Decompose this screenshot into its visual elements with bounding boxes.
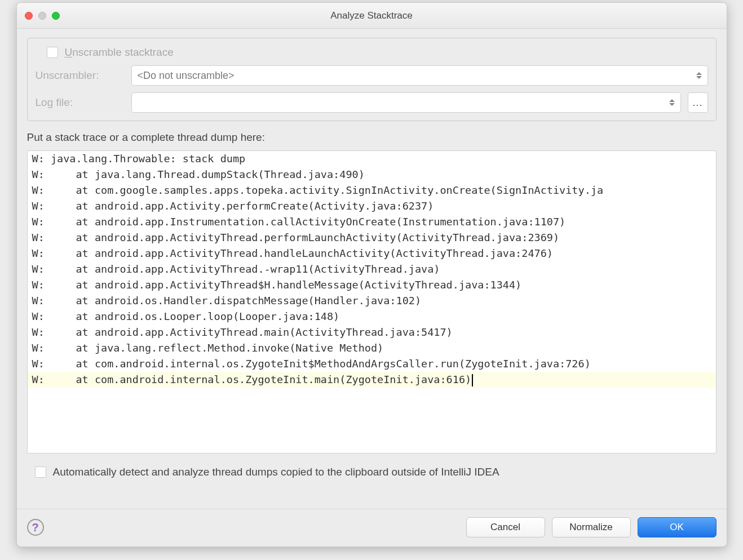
- text-cursor: [472, 374, 473, 386]
- stacktrace-textarea[interactable]: W: java.lang.Throwable: stack dumpW: at …: [27, 150, 717, 454]
- window-title: Analyze Stacktrace: [17, 10, 727, 21]
- trace-line: W: at android.os.Looper.loop(Looper.java…: [28, 309, 716, 325]
- ellipsis-icon: ...: [692, 97, 702, 109]
- ok-button[interactable]: OK: [638, 517, 717, 537]
- trace-line: W: at java.lang.reflect.Method.invoke(Na…: [28, 340, 716, 356]
- instruction-label: Put a stack trace or a complete thread d…: [27, 131, 717, 144]
- cancel-button[interactable]: Cancel: [466, 517, 545, 537]
- trace-line: W: at java.lang.Thread.dumpStack(Thread.…: [28, 167, 716, 183]
- trace-line: W: at android.app.Activity.performCreate…: [28, 198, 716, 214]
- unscrambler-value: <Do not unscramble>: [138, 70, 235, 82]
- chevron-updown-icon: [669, 99, 675, 106]
- trace-line: W: at android.app.ActivityThread.main(Ac…: [28, 325, 716, 340]
- autodetect-checkbox[interactable]: [35, 466, 46, 478]
- autodetect-label: Automatically detect and analyze thread …: [53, 466, 499, 478]
- help-button[interactable]: ?: [27, 519, 44, 536]
- dialog-window: Analyze Stacktrace Unscramble stacktrace…: [16, 2, 727, 547]
- trace-line: W: at android.app.ActivityThread.handleL…: [28, 246, 716, 261]
- unscramble-label: Unscramble stacktrace: [65, 46, 174, 59]
- trace-line: W: at android.app.Instrumentation.callAc…: [28, 214, 716, 230]
- unscrambler-dropdown[interactable]: <Do not unscramble>: [131, 65, 708, 86]
- trace-line: W: at com.android.internal.os.ZygoteInit…: [28, 372, 716, 388]
- unscrambler-label: Unscrambler:: [36, 69, 125, 82]
- chevron-updown-icon: [696, 72, 702, 79]
- dialog-footer: ? Cancel Normalize OK: [17, 509, 727, 546]
- trace-line: W: java.lang.Throwable: stack dump: [28, 151, 716, 167]
- autodetect-row: Automatically detect and analyze thread …: [27, 466, 717, 478]
- unscramble-checkbox[interactable]: [47, 47, 58, 58]
- unscramble-panel: Unscramble stacktrace Unscrambler: <Do n…: [27, 38, 717, 121]
- trace-line: W: at android.app.ActivityThread$H.handl…: [28, 277, 716, 293]
- dialog-content: Unscramble stacktrace Unscrambler: <Do n…: [17, 29, 727, 509]
- trace-line: W: at com.google.samples.apps.topeka.act…: [28, 183, 716, 198]
- logfile-input[interactable]: [131, 92, 681, 113]
- trace-line: W: at android.app.ActivityThread.perform…: [28, 230, 716, 246]
- normalize-button[interactable]: Normalize: [552, 517, 631, 537]
- trace-line: W: at com.android.internal.os.ZygoteInit…: [28, 356, 716, 372]
- question-icon: ?: [32, 521, 38, 534]
- browse-button[interactable]: ...: [688, 92, 708, 113]
- trace-line: W: at android.os.Handler.dispatchMessage…: [28, 293, 716, 309]
- trace-line: W: at android.app.ActivityThread.-wrap11…: [28, 261, 716, 277]
- titlebar: Analyze Stacktrace: [17, 3, 727, 29]
- logfile-label: Log file:: [36, 96, 125, 109]
